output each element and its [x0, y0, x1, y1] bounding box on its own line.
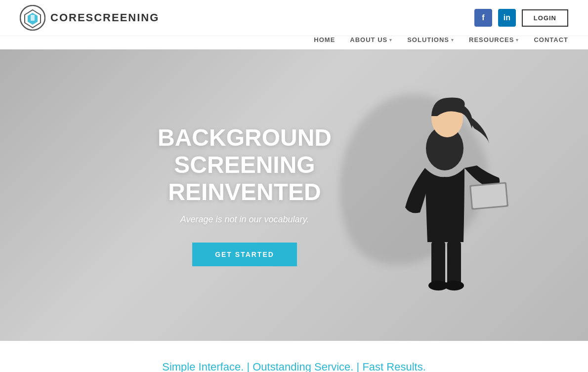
facebook-icon[interactable]: f	[474, 9, 492, 27]
chevron-down-icon: ▾	[451, 38, 454, 42]
hero-content: BACKGROUND SCREENING REINVENTED Average …	[91, 124, 398, 267]
svg-point-9	[444, 281, 464, 290]
nav-item-resources[interactable]: RESOURCES ▾	[469, 36, 519, 43]
tagline: Simple Interface. | Outstanding Service.…	[20, 361, 568, 372]
chevron-down-icon: ▾	[389, 38, 392, 42]
logo-text: CORESCREENING	[50, 11, 159, 24]
svg-rect-7	[447, 241, 461, 286]
logo-area: CORESCREENING	[20, 5, 159, 31]
nav-item-about[interactable]: ABOUT US ▾	[350, 36, 392, 43]
nav-item-contact[interactable]: CONTACT	[534, 36, 568, 43]
get-started-button[interactable]: GET STARTED	[192, 243, 297, 266]
nav-item-solutions[interactable]: SOLUTIONS ▾	[407, 36, 454, 43]
hero-subtitle: Average is not in our vocabulary.	[91, 214, 398, 225]
hero-title: BACKGROUND SCREENING REINVENTED	[91, 124, 398, 206]
linkedin-icon[interactable]: in	[498, 9, 516, 27]
svg-rect-6	[431, 241, 445, 286]
below-hero-section: Simple Interface. | Outstanding Service.…	[0, 341, 588, 372]
header-right: f in LOGIN	[474, 9, 568, 27]
nav-bar: HOME ABOUT US ▾ SOLUTIONS ▾ RESOURCES ▾ …	[0, 36, 588, 49]
svg-rect-5	[471, 184, 507, 208]
logo-icon	[20, 5, 45, 31]
chevron-down-icon: ▾	[516, 38, 519, 42]
login-button[interactable]: LOGIN	[522, 9, 568, 27]
hero-section: BACKGROUND SCREENING REINVENTED Average …	[0, 49, 588, 341]
nav-item-home[interactable]: HOME	[314, 36, 335, 43]
svg-rect-1	[31, 15, 35, 21]
header: CORESCREENING f in LOGIN	[0, 0, 588, 36]
